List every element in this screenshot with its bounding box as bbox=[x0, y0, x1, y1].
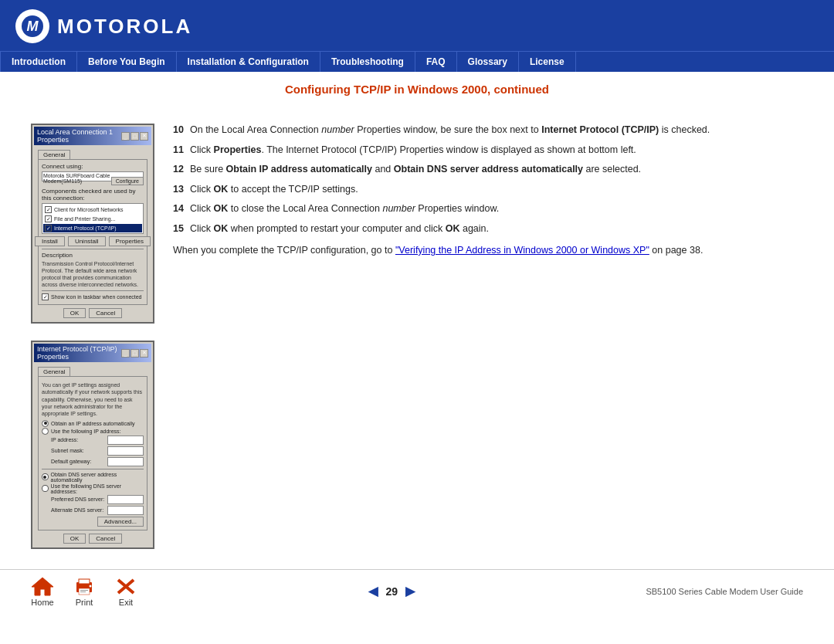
dialog1-checkbox[interactable]: ✓ bbox=[42, 293, 49, 300]
nav-item-introduction[interactable]: Introduction bbox=[0, 52, 77, 72]
nav-item-troubleshooting[interactable]: Troubleshooting bbox=[320, 52, 415, 72]
dialog1-properties-btn[interactable]: Properties bbox=[109, 236, 151, 246]
dialog2-alternate-dns-input[interactable] bbox=[107, 506, 144, 515]
footer-exit-label: Exit bbox=[119, 598, 133, 607]
dialog1-install-row: Install Uninstall Properties bbox=[42, 236, 144, 246]
dialog2-subnet-input[interactable] bbox=[107, 446, 144, 456]
dialog-local-area-connection: Local Area Connection 1 Properties _ □ ✕… bbox=[31, 124, 154, 324]
page-number: 29 bbox=[385, 585, 398, 598]
prev-page-arrow[interactable]: ◀ bbox=[368, 584, 378, 598]
dialog1-ok-cancel: OK Cancel bbox=[38, 308, 147, 318]
dialog2-cancel-btn[interactable]: Cancel bbox=[89, 534, 122, 544]
footer-home-item[interactable]: Home bbox=[31, 576, 54, 607]
completion-text2: on page 38. bbox=[649, 245, 703, 256]
logo-circle: M bbox=[15, 9, 49, 43]
dialog2-radio1[interactable] bbox=[42, 420, 49, 427]
print-icon bbox=[73, 576, 96, 596]
dialog2-alternate-dns-row: Alternate DNS server: bbox=[51, 506, 144, 515]
dialog2-titlebar: Internet Protocol (TCP/IP) Properties _ … bbox=[34, 344, 151, 362]
dialog1-general-tab[interactable]: General bbox=[38, 150, 70, 159]
dialog1-separator bbox=[42, 249, 144, 249]
nav-item-before-you-begin[interactable]: Before You Begin bbox=[77, 52, 177, 72]
nav-item-faq[interactable]: FAQ bbox=[415, 52, 457, 72]
dialog2-ok-btn[interactable]: OK bbox=[63, 534, 86, 544]
dialog2-subnet-label: Subnet mask: bbox=[51, 448, 105, 453]
dialog1-list-item-1: ✓ Client for Microsoft Networks bbox=[43, 205, 142, 214]
dialog2-body: General You can get IP settings assigned… bbox=[34, 364, 151, 545]
exit-icon bbox=[114, 576, 137, 596]
dialog1-connect-using-label: Connect using: bbox=[42, 163, 144, 170]
nav-item-glossary[interactable]: Glossary bbox=[457, 52, 519, 72]
dialog1-install-btn[interactable]: Install bbox=[35, 236, 65, 246]
step-12-num: 12 bbox=[173, 163, 190, 177]
dialog2-advanced-btn[interactable]: Advanced... bbox=[97, 517, 144, 527]
svg-point-8 bbox=[90, 585, 92, 587]
step-15-num: 15 bbox=[173, 222, 190, 236]
dialog2-radio3-label: Obtain DNS server address automatically bbox=[51, 472, 144, 483]
step-11: 11 Click Properties. The Internet Protoc… bbox=[173, 144, 803, 158]
dialog1-description-text: Transmission Control Protocol/Internet P… bbox=[42, 260, 144, 288]
dialog2-gateway-row: Default gateway: bbox=[51, 457, 144, 466]
dialog2-dns-fields: Preferred DNS server: Alternate DNS serv… bbox=[42, 495, 144, 515]
dialog1-minimize-btn[interactable]: _ bbox=[121, 132, 130, 141]
dialog2-intro-text: You can get IP settings assigned automat… bbox=[42, 381, 144, 416]
dialog1-configure-btn[interactable]: Configure bbox=[111, 177, 144, 185]
nav-item-installation[interactable]: Installation & Configuration bbox=[177, 52, 320, 72]
footer-print-item[interactable]: Print bbox=[73, 576, 96, 607]
main-content: Local Area Connection 1 Properties _ □ ✕… bbox=[0, 110, 834, 564]
dialog2-radio2[interactable] bbox=[42, 428, 49, 435]
dialog1-close-btn[interactable]: ✕ bbox=[140, 132, 148, 141]
dialog2-maximize-btn[interactable]: □ bbox=[131, 349, 139, 358]
motorola-logo: M MOTOROLA bbox=[15, 9, 192, 43]
dialog1-ok-btn[interactable]: OK bbox=[63, 308, 86, 318]
footer-center: ◀ 29 ▶ bbox=[137, 584, 646, 598]
page-header: M MOTOROLA bbox=[0, 0, 834, 51]
step-14-text: Click OK to close the Local Area Connect… bbox=[190, 202, 803, 216]
dialog2-radio3[interactable] bbox=[42, 473, 49, 480]
dialog-tcp-ip-properties: Internet Protocol (TCP/IP) Properties _ … bbox=[31, 341, 154, 548]
footer-exit-item[interactable]: Exit bbox=[114, 576, 137, 607]
dialog2-alternate-dns-label: Alternate DNS server: bbox=[51, 507, 105, 513]
dialog2-ip-input[interactable] bbox=[107, 436, 144, 445]
dialog2-preferred-dns-input[interactable] bbox=[107, 495, 144, 504]
step-13-num: 13 bbox=[173, 183, 190, 197]
completion-link[interactable]: "Verifying the IP Address in Windows 200… bbox=[395, 245, 649, 256]
nav-item-license[interactable]: License bbox=[519, 52, 576, 72]
dialog2-ok-cancel: OK Cancel bbox=[38, 534, 147, 544]
dialog2-ip-row: IP address: bbox=[51, 436, 144, 445]
footer-print-label: Print bbox=[76, 598, 93, 607]
step-12: 12 Be sure Obtain IP address automatical… bbox=[173, 163, 803, 177]
dialog2-radio1-row: Obtain an IP address automatically bbox=[42, 420, 144, 427]
right-column: 10 On the Local Area Connection number P… bbox=[173, 124, 803, 557]
dialog2-gateway-input[interactable] bbox=[107, 457, 144, 466]
dialog2-close-btn[interactable]: ✕ bbox=[140, 349, 148, 358]
svg-marker-2 bbox=[32, 578, 53, 595]
dialog2-preferred-dns-label: Preferred DNS server: bbox=[51, 497, 105, 502]
dialog1-components-list[interactable]: ✓ Client for Microsoft Networks ✓ File a… bbox=[42, 203, 144, 234]
dialog2-subnet-row: Subnet mask: bbox=[51, 446, 144, 456]
step-10-text: On the Local Area Connection number Prop… bbox=[190, 124, 803, 137]
step-10: 10 On the Local Area Connection number P… bbox=[173, 124, 803, 137]
dialog2-titlebar-buttons: _ □ ✕ bbox=[121, 349, 148, 358]
home-icon bbox=[31, 576, 54, 596]
svg-rect-4 bbox=[79, 579, 90, 584]
dialog1-title: Local Area Connection 1 Properties bbox=[37, 128, 121, 144]
next-page-arrow[interactable]: ▶ bbox=[405, 584, 415, 598]
motorola-wordmark: MOTOROLA bbox=[57, 15, 192, 39]
dialog2-radio4[interactable] bbox=[42, 485, 49, 492]
dialog1-checkbox-row: ✓ Show icon in taskbar when connected bbox=[42, 293, 144, 300]
svg-rect-7 bbox=[80, 591, 86, 592]
dialog2-minimize-btn[interactable]: _ bbox=[121, 349, 130, 358]
dialog1-maximize-btn[interactable]: □ bbox=[131, 132, 139, 141]
step-11-num: 11 bbox=[173, 144, 190, 158]
dialog1-uninstall-btn[interactable]: Uninstall bbox=[68, 236, 106, 246]
dialog1-cancel-btn[interactable]: Cancel bbox=[89, 308, 122, 318]
dialog2-ip-fields: IP address: Subnet mask: Default gateway… bbox=[42, 436, 144, 466]
page-title: Configuring TCP/IP in Windows 2000, cont… bbox=[31, 83, 803, 96]
motorola-m-icon: M bbox=[20, 14, 45, 39]
dialog1-list-item-3: ✓ Internet Protocol (TCP/IP) bbox=[43, 224, 142, 232]
dialog2-general-tab[interactable]: General bbox=[38, 367, 70, 376]
navigation-bar: Introduction Before You Begin Installati… bbox=[0, 51, 834, 72]
step-15-text: Click OK when prompted to restart your c… bbox=[190, 222, 803, 236]
dialog1-body: General Connect using: Motorola SURFboar… bbox=[34, 147, 151, 320]
